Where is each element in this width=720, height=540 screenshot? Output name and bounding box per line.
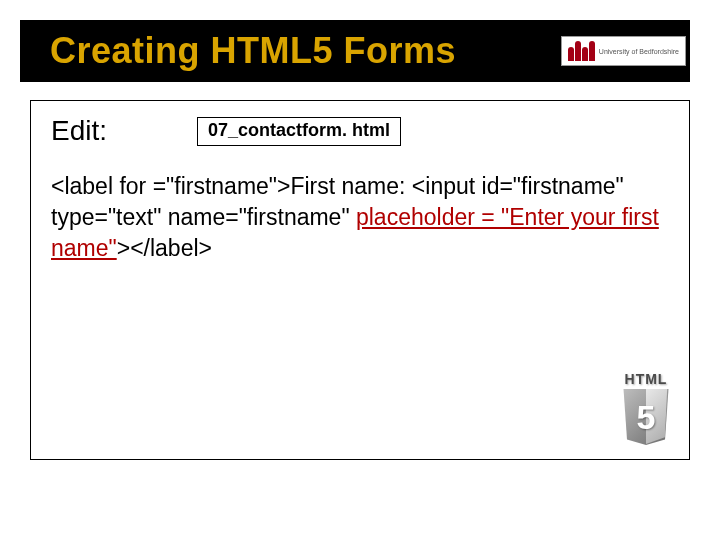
html5-badge-number: 5 <box>621 389 671 445</box>
html5-shield-icon: 5 <box>621 389 671 445</box>
html5-badge-word: HTML <box>621 371 671 387</box>
university-logo-mark <box>568 41 595 61</box>
edit-row: Edit: 07_contactform. html <box>51 115 669 147</box>
edit-label: Edit: <box>51 115 107 147</box>
title-bar: Creating HTML5 Forms University of Bedfo… <box>20 20 690 82</box>
code-block: <label for ="firstname">First name: <inp… <box>51 171 669 264</box>
university-logo-text: University of Bedfordshire <box>599 48 679 55</box>
content-box: Edit: 07_contactform. html <label for ="… <box>30 100 690 460</box>
html5-badge: HTML 5 <box>621 371 671 445</box>
file-name-badge: 07_contactform. html <box>197 117 401 146</box>
slide-title: Creating HTML5 Forms <box>50 30 456 72</box>
code-segment-3: ></label> <box>117 235 212 261</box>
university-logo: University of Bedfordshire <box>561 36 686 66</box>
